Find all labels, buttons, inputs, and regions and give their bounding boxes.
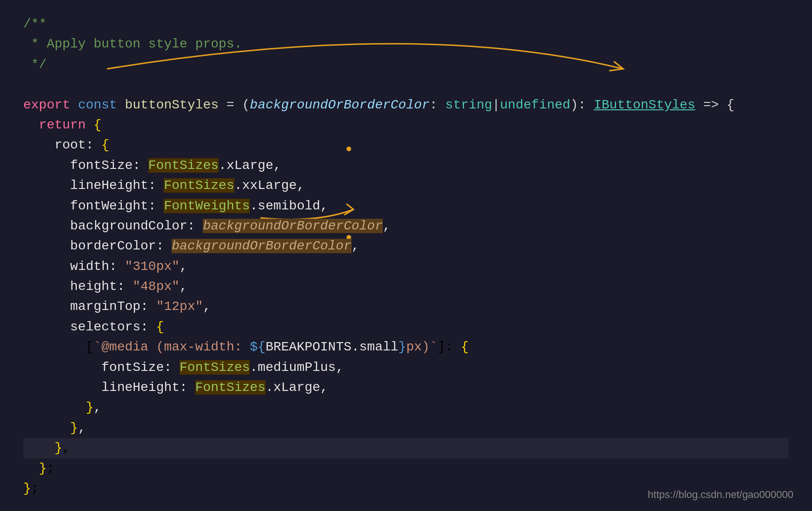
code-line-close2: }, bbox=[23, 418, 789, 438]
code-line-margintop: marginTop: "12px", bbox=[23, 296, 789, 316]
code-line-return: return { bbox=[23, 115, 789, 135]
code-line-bgcolor: backgroundColor: backgroundOrBorderColor… bbox=[23, 216, 789, 236]
code-line-comment1: /** bbox=[23, 14, 789, 34]
code-line-close3: }, bbox=[23, 438, 789, 458]
code-line-fontweight: fontWeight: FontWeights.semibold, bbox=[23, 196, 789, 216]
code-line-blank bbox=[23, 74, 789, 94]
code-line-comment2: * Apply button style props. bbox=[23, 34, 789, 54]
code-line-root: root: { bbox=[23, 135, 789, 155]
watermark: https://blog.csdn.net/gao000000 bbox=[648, 487, 793, 503]
code-line-lineheight: lineHeight: FontSizes.xxLarge, bbox=[23, 175, 789, 195]
code-line-width: width: "310px", bbox=[23, 256, 789, 276]
code-line-height: height: "48px", bbox=[23, 276, 789, 296]
code-line-lineheight2: lineHeight: FontSizes.xLarge, bbox=[23, 377, 789, 397]
code-line-close1: }, bbox=[23, 397, 789, 417]
code-line-comment3: */ bbox=[23, 54, 789, 74]
code-editor: /** * Apply button style props. */ expor… bbox=[0, 0, 812, 511]
code-line-media: [`@media (max-width: ${BREAKPOINTS.small… bbox=[23, 337, 789, 357]
code-line-export: export const buttonStyles = (backgroundO… bbox=[23, 95, 789, 115]
code-line-selectors: selectors: { bbox=[23, 317, 789, 337]
code-line-bordercolor: borderColor: backgroundOrBorderColor, bbox=[23, 236, 789, 256]
code-line-close4: }; bbox=[23, 458, 789, 478]
code-line-fontsize: fontSize: FontSizes.xLarge, bbox=[23, 155, 789, 175]
code-line-fontsize2: fontSize: FontSizes.mediumPlus, bbox=[23, 357, 789, 377]
